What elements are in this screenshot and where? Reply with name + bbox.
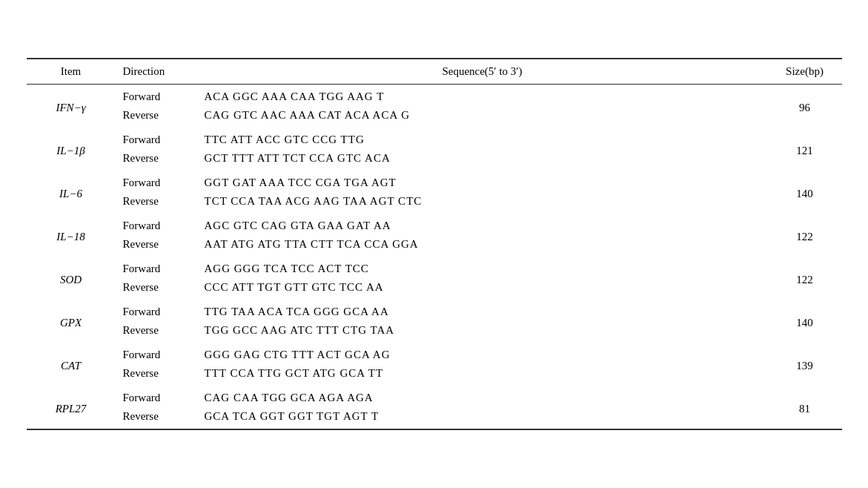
- sequence-cell: GGT GAT AAA TCC CGA TGA AGT: [197, 171, 768, 192]
- item-cell: IL−6: [27, 171, 116, 214]
- table-row: GPXForwardTTG TAA ACA TCA GGG GCA AA140: [27, 300, 842, 321]
- size-cell: 139: [768, 343, 842, 386]
- data-table: Item Direction Sequence(5′ to 3′) Size(b…: [27, 58, 842, 430]
- sequence-cell: TTT CCA TTG GCT ATG GCA TT: [197, 364, 768, 386]
- direction-cell: Reverse: [116, 149, 197, 171]
- header-sequence: Sequence(5′ to 3′): [197, 59, 768, 85]
- table-row: ReverseCCC ATT TGT GTT GTC TCC AA: [27, 278, 842, 300]
- direction-cell: Reverse: [116, 407, 197, 429]
- size-cell: 81: [768, 386, 842, 429]
- table-row: SODForwardAGG GGG TCA TCC ACT TCC122: [27, 257, 842, 278]
- direction-cell: Forward: [116, 386, 197, 407]
- sequence-cell: GGG GAG CTG TTT ACT GCA AG: [197, 343, 768, 364]
- table-row: ReverseCAG GTC AAC AAA CAT ACA ACA G: [27, 106, 842, 128]
- direction-cell: Reverse: [116, 106, 197, 128]
- sequence-cell: TTC ATT ACC GTC CCG TTG: [197, 128, 768, 149]
- direction-cell: Forward: [116, 343, 197, 364]
- table-row: ReverseTCT CCA TAA ACG AAG TAA AGT CTC: [27, 192, 842, 214]
- size-cell: 140: [768, 300, 842, 343]
- item-cell: IL−1β: [27, 128, 116, 171]
- direction-cell: Forward: [116, 300, 197, 321]
- sequence-cell: AAT ATG ATG TTA CTT TCA CCA GGA: [197, 235, 768, 257]
- sequence-cell: CAG GTC AAC AAA CAT ACA ACA G: [197, 106, 768, 128]
- table-row: RPL27ForwardCAG CAA TGG GCA AGA AGA81: [27, 386, 842, 407]
- header-size: Size(bp): [768, 59, 842, 85]
- direction-cell: Forward: [116, 214, 197, 235]
- size-cell: 96: [768, 85, 842, 128]
- table-row: IL−6ForwardGGT GAT AAA TCC CGA TGA AGT14…: [27, 171, 842, 192]
- sequence-cell: CAG CAA TGG GCA AGA AGA: [197, 386, 768, 407]
- direction-cell: Forward: [116, 171, 197, 192]
- size-cell: 122: [768, 214, 842, 257]
- size-cell: 122: [768, 257, 842, 300]
- sequence-cell: CCC ATT TGT GTT GTC TCC AA: [197, 278, 768, 300]
- direction-cell: Reverse: [116, 321, 197, 343]
- direction-cell: Reverse: [116, 364, 197, 386]
- item-cell: IL−18: [27, 214, 116, 257]
- sequence-cell: AGC GTC CAG GTA GAA GAT AA: [197, 214, 768, 235]
- size-cell: 140: [768, 171, 842, 214]
- direction-cell: Forward: [116, 257, 197, 278]
- table-row: CATForwardGGG GAG CTG TTT ACT GCA AG139: [27, 343, 842, 364]
- size-cell: 121: [768, 128, 842, 171]
- table-row: ReverseGCT TTT ATT TCT CCA GTC ACA: [27, 149, 842, 171]
- direction-cell: Forward: [116, 128, 197, 149]
- table-row: IL−1βForwardTTC ATT ACC GTC CCG TTG121: [27, 128, 842, 149]
- table-row: IFN−γForwardACA GGC AAA CAA TGG AAG T96: [27, 85, 842, 107]
- sequence-cell: GCA TCA GGT GGT TGT AGT T: [197, 407, 768, 429]
- item-cell: RPL27: [27, 386, 116, 429]
- table-row: ReverseGCA TCA GGT GGT TGT AGT T: [27, 407, 842, 429]
- item-cell: CAT: [27, 343, 116, 386]
- direction-cell: Reverse: [116, 192, 197, 214]
- direction-cell: Forward: [116, 85, 197, 107]
- header-direction: Direction: [116, 59, 197, 85]
- sequence-cell: AGG GGG TCA TCC ACT TCC: [197, 257, 768, 278]
- sequence-cell: TCT CCA TAA ACG AAG TAA AGT CTC: [197, 192, 768, 214]
- sequence-cell: TTG TAA ACA TCA GGG GCA AA: [197, 300, 768, 321]
- direction-cell: Reverse: [116, 235, 197, 257]
- table-row: ReverseAAT ATG ATG TTA CTT TCA CCA GGA: [27, 235, 842, 257]
- sequence-cell: TGG GCC AAG ATC TTT CTG TAA: [197, 321, 768, 343]
- table-row: ReverseTTT CCA TTG GCT ATG GCA TT: [27, 364, 842, 386]
- item-cell: GPX: [27, 300, 116, 343]
- header-row: Item Direction Sequence(5′ to 3′) Size(b…: [27, 59, 842, 85]
- sequence-cell: ACA GGC AAA CAA TGG AAG T: [197, 85, 768, 107]
- table-row: ReverseTGG GCC AAG ATC TTT CTG TAA: [27, 321, 842, 343]
- sequence-cell: GCT TTT ATT TCT CCA GTC ACA: [197, 149, 768, 171]
- header-item: Item: [27, 59, 116, 85]
- item-cell: IFN−γ: [27, 85, 116, 128]
- item-cell: SOD: [27, 257, 116, 300]
- direction-cell: Reverse: [116, 278, 197, 300]
- table-row: IL−18ForwardAGC GTC CAG GTA GAA GAT AA12…: [27, 214, 842, 235]
- table-container: Item Direction Sequence(5′ to 3′) Size(b…: [27, 58, 842, 430]
